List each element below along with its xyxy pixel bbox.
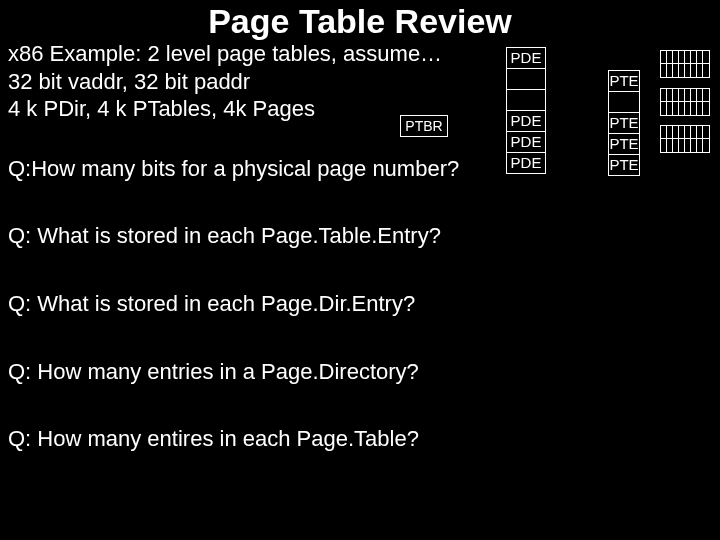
page-frame-icon (660, 88, 710, 116)
pte-row (609, 92, 639, 113)
pte-row: PTE (609, 71, 639, 92)
intro-line-1: x86 Example: 2 level page tables, assume… (8, 40, 442, 68)
page-table: PTE PTE PTE PTE (608, 70, 640, 176)
ptbr-box: PTBR (400, 115, 448, 137)
intro-line-3: 4 k PDir, 4 k PTables, 4k Pages (8, 95, 442, 123)
pte-row: PTE (609, 134, 639, 155)
question-4: Q: How many entries in a Page.Directory? (8, 358, 419, 386)
page-frame-icon (660, 50, 710, 78)
pde-row: PDE (507, 132, 545, 153)
slide-title: Page Table Review (0, 2, 720, 41)
intro-line-2: 32 bit vaddr, 32 bit paddr (8, 68, 442, 96)
pte-row: PTE (609, 113, 639, 134)
page-frame-icon (660, 125, 710, 153)
pde-row (507, 69, 545, 90)
page-directory-table: PDE PDE PDE PDE (506, 47, 546, 174)
pde-row: PDE (507, 153, 545, 173)
slide: Page Table Review x86 Example: 2 level p… (0, 0, 720, 540)
question-3: Q: What is stored in each Page.Dir.Entry… (8, 290, 415, 318)
question-1: Q:How many bits for a physical page numb… (8, 155, 459, 183)
question-5: Q: How many entires in each Page.Table? (8, 425, 419, 453)
question-2: Q: What is stored in each Page.Table.Ent… (8, 222, 441, 250)
intro-text: x86 Example: 2 level page tables, assume… (8, 40, 442, 123)
pde-row (507, 90, 545, 111)
pde-row: PDE (507, 111, 545, 132)
pde-row: PDE (507, 48, 545, 69)
pte-row: PTE (609, 155, 639, 175)
